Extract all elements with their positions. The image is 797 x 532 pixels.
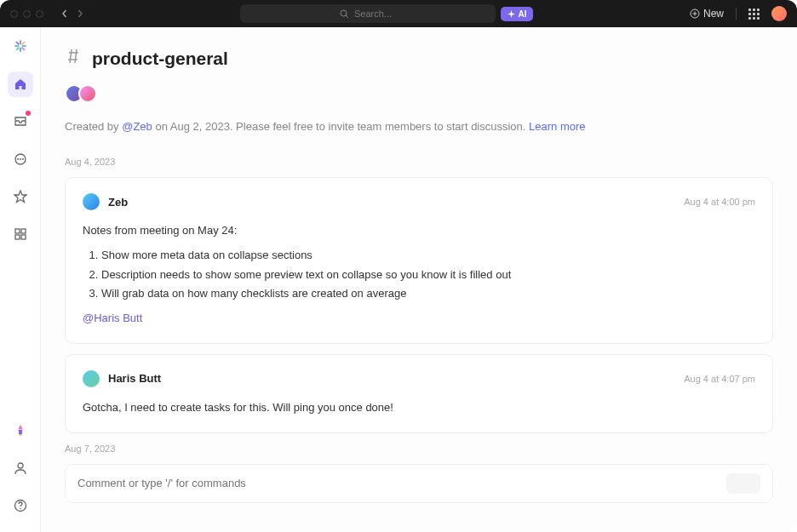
message-avatar[interactable] (83, 370, 100, 387)
message-card: Haris Butt Aug 4 at 4:07 pm Gotcha, I ne… (65, 354, 773, 433)
date-separator: Aug 4, 2023 (65, 157, 773, 167)
svg-line-9 (16, 42, 19, 44)
divider (736, 8, 737, 20)
member-avatars[interactable] (65, 84, 773, 103)
sidebar-favorites[interactable] (8, 184, 33, 209)
topbar: AI New (0, 0, 797, 27)
creator-link[interactable]: @Zeb (122, 120, 152, 133)
svg-point-21 (18, 463, 23, 468)
svg-rect-17 (15, 229, 20, 233)
svg-point-15 (20, 158, 21, 160)
message-time: Aug 4 at 4:07 pm (684, 374, 755, 384)
new-label: New (703, 8, 724, 20)
svg-rect-18 (21, 229, 26, 233)
main-content: product-general Created by @Zeb on Aug 2… (41, 27, 797, 532)
learn-more-link[interactable]: Learn more (529, 120, 585, 133)
desc-text: on Aug 2, 2023. Please feel free to invi… (152, 120, 529, 133)
sparkle-icon (507, 10, 515, 18)
svg-rect-20 (21, 235, 26, 239)
channel-name: product-general (92, 49, 228, 69)
ai-label: AI (518, 9, 526, 19)
message-card: Zeb Aug 4 at 4:00 pm Notes from meeting … (65, 177, 773, 344)
minimize-window-icon[interactable] (23, 10, 31, 18)
desc-text: Created by (65, 120, 122, 133)
message-avatar[interactable] (83, 193, 100, 210)
comment-input[interactable] (77, 477, 726, 489)
send-button[interactable] (726, 473, 760, 494)
inbox-icon (14, 115, 27, 129)
channel-description: Created by @Zeb on Aug 2, 2023. Please f… (65, 120, 773, 133)
person-icon (14, 461, 27, 475)
help-icon (14, 499, 27, 512)
grid-icon (14, 227, 27, 241)
plus-circle-icon (690, 9, 700, 19)
maximize-window-icon[interactable] (36, 10, 43, 18)
svg-rect-19 (15, 235, 20, 239)
author-name[interactable]: Haris Butt (108, 372, 161, 385)
sidebar-profile[interactable] (8, 455, 33, 481)
window-controls (10, 10, 43, 18)
sidebar-help[interactable] (8, 493, 33, 518)
apps-button[interactable] (748, 9, 760, 20)
svg-line-1 (346, 15, 348, 18)
channel-header: product-general (65, 48, 773, 69)
list-item: Description needs to show some preview t… (101, 266, 755, 284)
date-separator: Aug 7, 2023 (65, 443, 773, 454)
author-name[interactable]: Zeb (108, 196, 128, 209)
ai-button[interactable]: AI (501, 7, 533, 21)
svg-point-0 (341, 10, 347, 16)
message-text: Gotcha, I need to create tasks for this.… (83, 399, 755, 417)
list-item: Will grab data on how many checklists ar… (101, 285, 755, 303)
svg-line-11 (21, 42, 24, 44)
svg-point-14 (17, 158, 19, 160)
search-icon (340, 9, 349, 19)
more-icon (14, 152, 27, 166)
sidebar-upgrade[interactable] (8, 418, 33, 443)
sidebar-home[interactable] (8, 72, 33, 97)
user-avatar[interactable] (771, 6, 787, 21)
notification-dot-icon (26, 111, 31, 116)
member-avatar[interactable] (78, 84, 97, 103)
svg-point-16 (22, 158, 24, 160)
logo-icon[interactable] (12, 37, 29, 54)
star-icon (14, 190, 27, 203)
sidebar (0, 27, 41, 532)
sidebar-inbox[interactable] (8, 109, 33, 134)
home-icon (14, 77, 27, 91)
svg-line-12 (16, 48, 19, 50)
back-button[interactable] (60, 9, 69, 18)
sidebar-dashboards[interactable] (8, 221, 33, 247)
mention-link[interactable]: @Haris Butt (83, 310, 755, 328)
sidebar-more[interactable] (8, 146, 33, 172)
message-time: Aug 4 at 4:00 pm (684, 197, 755, 207)
svg-line-10 (21, 48, 24, 50)
nav-arrows (60, 9, 84, 18)
message-text: Notes from meeting on May 24: (83, 222, 755, 240)
hash-icon (65, 48, 82, 69)
rocket-icon (13, 423, 28, 438)
list-item: Show more meta data on collapse sections (101, 247, 755, 265)
svg-point-23 (20, 508, 21, 510)
comment-composer[interactable] (65, 464, 773, 503)
forward-button[interactable] (76, 9, 84, 18)
new-button[interactable]: New (690, 8, 724, 20)
search-field[interactable] (354, 9, 397, 19)
search-input[interactable] (240, 4, 496, 23)
message-body: Notes from meeting on May 24: Show more … (83, 222, 755, 328)
close-window-icon[interactable] (10, 10, 18, 18)
